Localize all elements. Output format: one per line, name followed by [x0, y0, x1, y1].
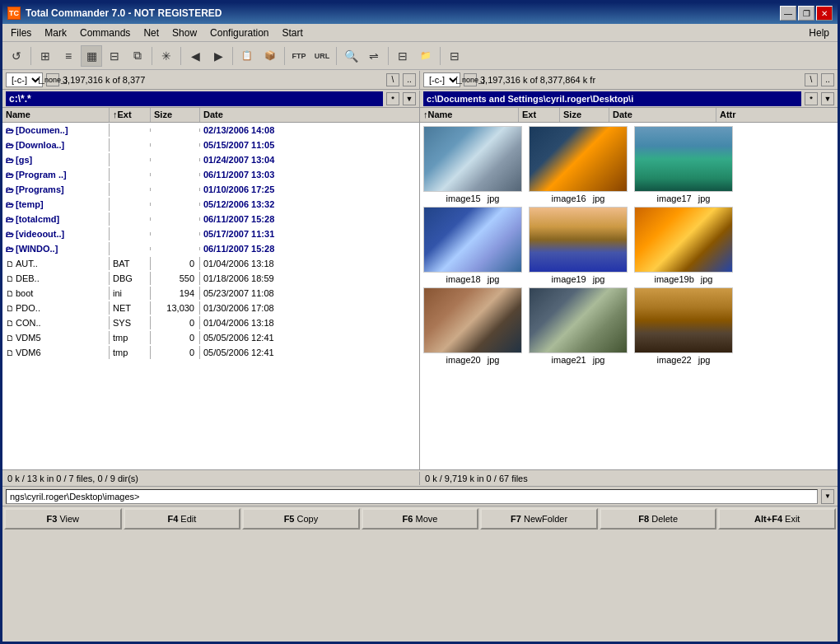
left-path-dropdown[interactable]: ▼	[403, 92, 416, 105]
toolbar-find[interactable]: 🔍	[340, 45, 362, 67]
file-icon: 🗁	[6, 245, 14, 254]
fkey-f8[interactable]: F8 Delete	[600, 508, 717, 530]
fkey-f3[interactable]: F3 View	[4, 508, 122, 530]
left-file-row[interactable]: 🗁[temp] 05/12/2006 13:32	[2, 197, 419, 212]
menu-mark[interactable]: Mark	[40, 26, 72, 40]
command-dropdown[interactable]: ▼	[821, 489, 834, 504]
right-col-size-header[interactable]: Size	[560, 108, 609, 122]
left-file-row[interactable]: 🗁[totalcmd] 06/11/2007 15:28	[2, 212, 419, 226]
restore-button[interactable]: ❐	[798, 6, 814, 21]
right-up-btn[interactable]: ..	[821, 73, 834, 86]
left-file-row[interactable]: 🗋VDM5 tmp 0 05/05/2006 12:41	[2, 330, 419, 345]
thumbnail-item[interactable]: image19 jpg	[529, 207, 628, 284]
right-col-date-header[interactable]: Date	[609, 108, 716, 122]
file-icon: 🗁	[6, 215, 14, 224]
minimize-button[interactable]: —	[780, 6, 796, 21]
toolbar-brief-view[interactable]: ⊞	[35, 45, 56, 67]
thumbnail-item[interactable]: image19b jpg	[634, 207, 733, 284]
thumbnail-label: image22 jpg	[657, 355, 711, 365]
left-file-row[interactable]: 🗁[Documen..] 02/13/2006 14:08	[2, 123, 419, 138]
left-path[interactable]: c:\*.*	[6, 91, 383, 106]
right-backslash-btn[interactable]: \	[805, 73, 818, 86]
fkey-f5[interactable]: F5 Copy	[242, 508, 360, 530]
toolbar-tree[interactable]: ⊟	[104, 45, 125, 67]
left-backslash-btn[interactable]: \	[386, 73, 399, 86]
left-file-row[interactable]: 🗁[videoout..] 05/17/2007 11:31	[2, 226, 419, 241]
left-file-row[interactable]: 🗋VDM6 tmp 0 05/05/2006 12:41	[2, 345, 419, 360]
menu-start[interactable]: Start	[277, 26, 307, 40]
thumbnail-image	[634, 287, 733, 353]
thumbnail-item[interactable]: image18 jpg	[423, 207, 522, 284]
right-path-dropdown[interactable]: ▼	[821, 92, 834, 105]
file-icon: 🗋	[6, 348, 14, 357]
left-file-row[interactable]: 🗁[gs] 01/24/2007 13:04	[2, 152, 419, 167]
fkey-alt-f4[interactable]: Alt+F4 Exit	[718, 508, 836, 530]
thumb-ext: jpg	[698, 194, 711, 203]
toolbar-extra1[interactable]: ⊟	[444, 45, 465, 67]
left-file-row[interactable]: 🗋PDO.. NET 13,030 01/30/2006 17:08	[2, 301, 419, 315]
file-ext-cell	[110, 232, 151, 236]
left-col-name-header[interactable]: Name	[2, 108, 110, 122]
left-file-row[interactable]: 🗁[Program ..] 06/11/2007 13:03	[2, 167, 419, 182]
right-col-ext-header[interactable]: Ext	[519, 108, 560, 122]
left-drive-select[interactable]: [-c-]	[6, 72, 43, 87]
file-icon: 🗋	[6, 319, 14, 328]
toolbar-forward[interactable]: ▶	[208, 45, 229, 67]
toolbar-sep-2	[152, 47, 152, 65]
toolbar-thumbnail-view[interactable]: ▦	[81, 45, 102, 67]
thumbnail-item[interactable]: image15 jpg	[423, 126, 522, 203]
left-col-size-header[interactable]: Size	[151, 108, 200, 122]
fkey-f7[interactable]: F7 NewFolder	[480, 508, 598, 530]
left-file-row[interactable]: 🗋AUT.. BAT 0 01/04/2006 13:18	[2, 256, 419, 271]
fkey-f6[interactable]: F6 Move	[362, 508, 479, 530]
right-filter-btn[interactable]: *	[805, 92, 818, 105]
command-input[interactable]	[6, 489, 818, 504]
thumbnail-item[interactable]: image21 jpg	[529, 287, 628, 365]
left-col-date-header[interactable]: Date	[200, 108, 419, 122]
file-ext-cell: SYS	[110, 316, 151, 329]
toolbar-move[interactable]: 📦	[259, 45, 281, 67]
left-col-ext-header[interactable]: ↑Ext	[110, 108, 151, 122]
left-status: 0 k / 13 k in 0 / 7 files, 0 / 9 dir(s)	[2, 472, 420, 485]
left-file-row[interactable]: 🗁[Programs] 01/10/2006 17:25	[2, 182, 419, 197]
menu-help[interactable]: Help	[804, 26, 834, 40]
thumb-ext: jpg	[701, 274, 713, 284]
thumbnail-item[interactable]: image17 jpg	[634, 126, 733, 203]
thumbnail-item[interactable]: image16 jpg	[529, 126, 628, 203]
toolbar-sync[interactable]: ⇌	[363, 45, 385, 67]
left-file-row[interactable]: 🗋CON.. SYS 0 01/04/2006 13:18	[2, 315, 419, 330]
close-button[interactable]: ✕	[816, 6, 833, 21]
toolbar-pack[interactable]: ⊟	[392, 45, 413, 67]
menu-configuration[interactable]: Configuration	[205, 26, 273, 40]
menu-net[interactable]: Net	[138, 26, 164, 40]
toolbar-url[interactable]: URL	[311, 45, 333, 67]
left-file-row[interactable]: 🗁[Downloa..] 05/15/2007 11:05	[2, 138, 419, 152]
right-drive-select[interactable]: [-c-]	[423, 72, 460, 87]
toolbar-detail-view[interactable]: ≡	[58, 45, 79, 67]
left-file-row[interactable]: 🗋DEB.. DBG 550 01/18/2006 18:59	[2, 271, 419, 286]
thumbnail-item[interactable]: image20 jpg	[423, 287, 522, 365]
fkey-f4[interactable]: F4 Edit	[124, 508, 241, 530]
left-volume-btn[interactable]: [_none_]	[46, 73, 59, 86]
file-size-cell	[151, 128, 200, 132]
toolbar-new-folder[interactable]: ✳	[156, 45, 177, 67]
toolbar-compare[interactable]: ⧉	[127, 45, 148, 67]
menu-show[interactable]: Show	[167, 26, 202, 40]
toolbar-copy[interactable]: 📋	[236, 45, 258, 67]
left-up-btn[interactable]: ..	[403, 73, 416, 86]
toolbar-unpack[interactable]: 📁	[415, 45, 436, 67]
menu-files[interactable]: Files	[6, 26, 36, 40]
right-col-name-header[interactable]: ↑Name	[420, 108, 519, 122]
right-volume-btn[interactable]: [_none_]	[464, 73, 477, 86]
left-filter-btn[interactable]: *	[386, 92, 399, 105]
thumbnail-item[interactable]: image22 jpg	[634, 287, 733, 365]
right-path[interactable]: c:\Documents and Settings\cyril.roger\De…	[423, 91, 801, 106]
left-file-row[interactable]: 🗋boot ini 194 05/23/2007 11:08	[2, 286, 419, 301]
toolbar-ftp[interactable]: FTP	[288, 45, 310, 67]
toolbar-back[interactable]: ◀	[184, 45, 206, 67]
left-file-row[interactable]: 🗁[WINDO..] 06/11/2007 15:28	[2, 241, 419, 256]
toolbar-refresh[interactable]: ↺	[6, 45, 27, 67]
menu-commands[interactable]: Commands	[75, 26, 135, 40]
file-panels: Name ↑Ext Size Date 🗁[Documen..] 02/13/2…	[2, 108, 838, 470]
right-col-attr-header[interactable]: Attr	[716, 108, 838, 122]
